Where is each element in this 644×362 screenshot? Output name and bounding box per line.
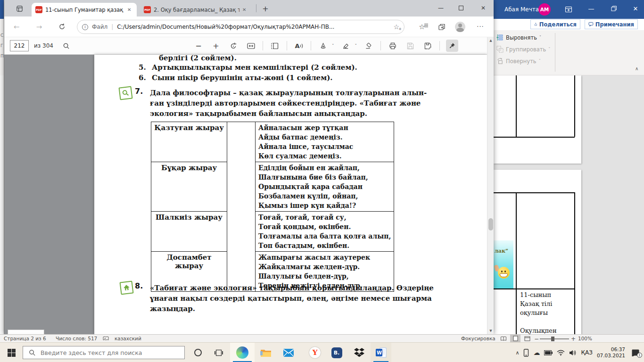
proofing-icon[interactable]: [103, 336, 109, 342]
scroll-up-icon[interactable]: ▲: [487, 37, 494, 44]
language-indicator[interactable]: ҚАЗ: [581, 349, 592, 356]
back-icon[interactable]: ←: [10, 20, 23, 33]
word-user-name: Абая Мечта: [504, 6, 539, 13]
ribbon-divider: [555, 33, 555, 72]
favorites-icon[interactable]: ☆: [415, 20, 429, 33]
edge-maximize-button[interactable]: [453, 0, 469, 16]
zoom-slider-track[interactable]: [540, 338, 569, 339]
task-view-button[interactable]: [209, 343, 228, 362]
save-icon[interactable]: [405, 40, 416, 51]
page-number-input[interactable]: [10, 40, 29, 51]
start-button[interactable]: [0, 343, 23, 362]
word-close-button[interactable]: ✕: [627, 0, 644, 17]
pdf-scrollbar[interactable]: ▲ ▼: [487, 37, 494, 334]
poem-cell: Еділдің бойын ен жайлап, Шалғынына бие б…: [256, 162, 394, 212]
ribbon-collapse-icon[interactable]: ∧: [635, 66, 638, 71]
tab-1-close-icon[interactable]: ✕: [127, 7, 131, 12]
author-cell: Бұқар жырау: [151, 162, 227, 212]
scrollbar-thumb[interactable]: [488, 218, 493, 230]
read-aloud-icon[interactable]: A: [293, 40, 305, 51]
taskbar-yandex-app[interactable]: Y: [305, 343, 324, 362]
print-icon[interactable]: [387, 40, 398, 51]
scroll-down-icon[interactable]: ▼: [487, 328, 494, 334]
word-document-area: лак” 11-сынып Қазақ тілі оқулығы Оқулықп…: [494, 75, 644, 334]
read-mode-icon[interactable]: [499, 335, 508, 342]
taskbar-search[interactable]: [23, 346, 185, 359]
table-row: Шалкиіз жырау Тоғай, тоғай, тоғай су, То…: [151, 212, 394, 252]
taskbar-mail-app[interactable]: [279, 343, 298, 362]
page-view-icon[interactable]: [269, 40, 281, 51]
ribbon-group-button[interactable]: Группировать ˅: [496, 46, 550, 53]
status-focus-label[interactable]: Фокусировка: [461, 336, 495, 341]
settings-more-icon[interactable]: ···: [474, 20, 487, 33]
zoom-in-icon[interactable]: +: [210, 40, 222, 51]
taskbar-explorer-app[interactable]: [256, 343, 275, 362]
zoom-in-button[interactable]: +: [571, 336, 576, 342]
status-page-label[interactable]: Страница 2 из 6: [4, 336, 46, 341]
battery-icon[interactable]: [544, 350, 553, 355]
info-icon[interactable]: i: [82, 24, 88, 30]
new-tab-button[interactable]: +: [259, 3, 272, 14]
status-zoom-level[interactable]: 100%: [578, 336, 592, 341]
ribbon-display-options-icon[interactable]: [564, 5, 573, 14]
rotate-page-icon[interactable]: [228, 40, 239, 51]
collections-icon[interactable]: [435, 20, 448, 33]
taskbar-vk-app[interactable]: B.: [327, 343, 346, 362]
word-ribbon: Выровнять ˅ Группировать ˅ Повернуть ˅ ∧: [494, 30, 644, 75]
edge-close-button[interactable]: ✕: [475, 0, 491, 16]
ribbon-rotate-button[interactable]: Повернуть ˅: [496, 58, 541, 65]
tray-expand-icon[interactable]: ∧: [515, 350, 519, 356]
share-button[interactable]: Поделиться: [530, 19, 580, 29]
chevron-down-icon[interactable]: ˅: [332, 43, 334, 48]
forward-icon[interactable]: →: [33, 20, 46, 33]
profile-avatar[interactable]: [454, 20, 467, 33]
ribbon-align-button[interactable]: Выровнять ˅: [496, 34, 541, 41]
zoom-out-button[interactable]: −: [534, 336, 539, 342]
zoom-slider-thumb[interactable]: [551, 337, 554, 341]
word-minimize-button[interactable]: —: [583, 0, 599, 17]
search-icon[interactable]: [61, 40, 72, 51]
onedrive-cloud-icon[interactable]: ☁: [533, 349, 540, 356]
address-bar[interactable]: i Файл | C:/Users/admin/Documents/Новый%…: [77, 20, 405, 34]
add-favorite-icon[interactable]: ☆+: [393, 23, 399, 31]
taskbar-edge-app[interactable]: [230, 343, 255, 362]
status-word-count[interactable]: Число слов: 517: [56, 336, 97, 341]
wifi-icon[interactable]: [557, 350, 565, 356]
search-input[interactable]: [40, 349, 172, 357]
clock[interactable]: 06:37 07.03.2021: [597, 346, 625, 359]
fit-width-icon[interactable]: [245, 40, 256, 51]
taskbar-word-app[interactable]: W: [371, 343, 391, 362]
zoom-out-icon[interactable]: −: [193, 40, 204, 51]
highlighter-icon[interactable]: [340, 40, 352, 51]
draw-pen-icon[interactable]: [317, 40, 329, 51]
word-status-bar: Страница 2 из 6 Число слов: 517 казахски…: [0, 334, 644, 342]
pin-toolbar-icon[interactable]: [446, 40, 458, 52]
rotate-icon: [496, 58, 504, 65]
taskbar-dropbox-app[interactable]: [350, 343, 369, 362]
comments-button[interactable]: Примечания: [585, 19, 638, 29]
matching-table: Қазтуған жырау Айналасын жер тұтқан Айды…: [151, 122, 394, 292]
edge-minimize-button[interactable]: —: [433, 0, 449, 16]
task-8-text: «Табиғат және экология» тақырыбын қорыты…: [150, 283, 434, 314]
word-restore-button[interactable]: [606, 0, 622, 17]
vk-icon: B.: [331, 347, 342, 358]
print-layout-icon[interactable]: [510, 335, 520, 342]
tab-2[interactable]: PDF 2. Оқу бағдарламасы_ Қазақ тіл ✕: [140, 3, 253, 16]
tab-1[interactable]: PDF 11-сынып Гуманитар қазақ тілі ✕: [32, 3, 137, 16]
phone-icon[interactable]: [523, 349, 529, 357]
notification-center-button[interactable]: 1: [631, 349, 639, 356]
doc-cell-text: 11-сынып Қазақ тілі оқулығы Оқулықпен: [520, 290, 557, 334]
background-window-edge: СГП: [0, 0, 4, 334]
status-language[interactable]: казахский: [115, 336, 141, 341]
eraser-icon[interactable]: [363, 40, 374, 51]
task-7-text: Дала философтары – қазақ жырауларының то…: [150, 88, 427, 119]
tab-2-close-icon[interactable]: ✕: [242, 7, 246, 12]
cortana-button[interactable]: [189, 343, 207, 362]
chevron-down-icon[interactable]: ˅: [355, 43, 357, 48]
volume-icon[interactable]: [569, 350, 577, 356]
save-as-icon[interactable]: [422, 40, 433, 51]
tab-actions-menu-icon[interactable]: [15, 4, 24, 13]
avatar[interactable]: AM: [538, 3, 551, 16]
refresh-icon[interactable]: [55, 20, 68, 33]
web-layout-icon[interactable]: [522, 335, 532, 342]
